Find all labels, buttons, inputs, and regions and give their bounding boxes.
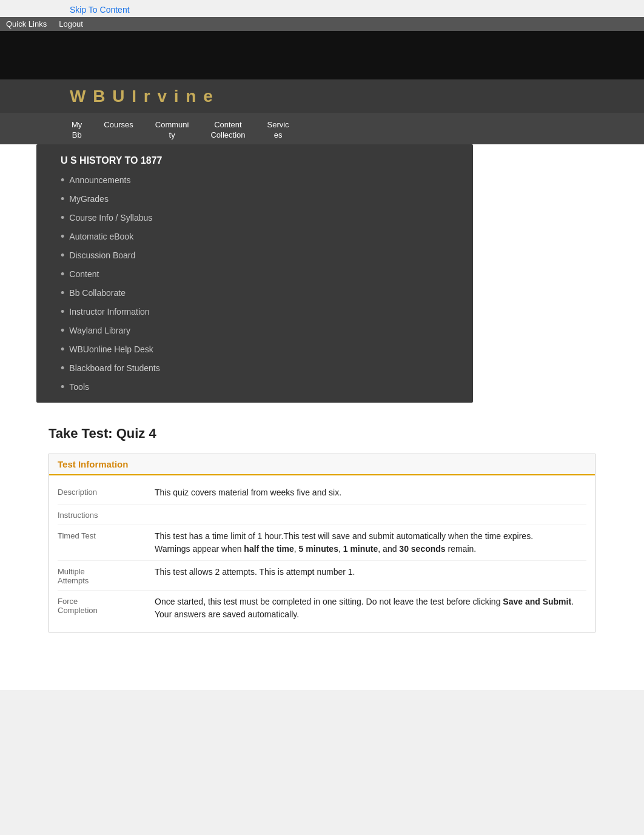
force-completion-row: ForceCompletion Once started, this test … [58, 591, 586, 626]
timed-test-line2-prefix: Warnings appear when [155, 544, 244, 554]
nav-blackboard-for-students[interactable]: Blackboard for Students [61, 359, 473, 378]
timed-test-30sec: 30 seconds [399, 544, 445, 554]
test-info-section: Test Information Description This quiz c… [49, 454, 595, 632]
description-label: Description [58, 486, 155, 497]
nav-my-bb[interactable]: My Bb [61, 116, 93, 144]
description-row: Description This quiz covers material fr… [58, 481, 586, 505]
timed-test-sep3: , and [378, 544, 399, 554]
multiple-attempts-row: MultipleAttempts This test allows 2 atte… [58, 561, 586, 591]
header-logo-area: W B U I r v i n e [0, 79, 644, 113]
timed-test-row: Timed Test This test has a time limit of… [58, 525, 586, 561]
nav-community[interactable]: Communi ty [144, 116, 200, 144]
main-nav: My Bb Courses Communi ty Content Collect… [0, 113, 644, 144]
main-content-area: Content Week Six Take Test: Quiz 4 U S H… [0, 144, 644, 690]
course-title: U S HISTORY TO 1877 [49, 150, 473, 171]
timed-test-5min: 5 minutes [299, 544, 338, 554]
instructions-label: Instructions [58, 509, 155, 520]
nav-content[interactable]: Content [61, 265, 473, 284]
timed-test-sep2: , [338, 544, 343, 554]
multiple-attempts-label: MultipleAttempts [58, 566, 155, 585]
multiple-attempts-value: This test allows 2 attempts. This is att… [155, 566, 586, 578]
force-completion-line1-post: . [571, 597, 574, 606]
test-info-title: Test Information [58, 459, 586, 469]
course-nav-dropdown: U S HISTORY TO 1877 Announcements MyGrad… [36, 144, 473, 403]
nav-announcements[interactable]: Announcements [61, 171, 473, 190]
header-banner [0, 31, 644, 79]
nav-wayland-library[interactable]: Wayland Library [61, 321, 473, 340]
force-completion-line2: Your answers are saved automatically. [155, 609, 299, 619]
timed-test-label: Timed Test [58, 530, 155, 540]
skip-to-content-link[interactable]: Skip To Content [0, 0, 644, 17]
force-completion-value: Once started, this test must be complete… [155, 595, 586, 621]
timed-test-line1: This test has a time limit of 1 hour.Thi… [155, 531, 533, 541]
nav-course-info-syllabus[interactable]: Course Info / Syllabus [61, 209, 473, 227]
logout-link[interactable]: Logout [59, 19, 83, 29]
nav-bb-collaborate[interactable]: Bb Collaborate [61, 284, 473, 303]
nav-courses[interactable]: Courses [93, 116, 144, 144]
force-completion-save-submit: Save and Submit [503, 597, 571, 606]
test-info-header: Test Information [49, 454, 595, 475]
nav-tools[interactable]: Tools [61, 378, 473, 397]
timed-test-value: This test has a time limit of 1 hour.Thi… [155, 530, 586, 555]
nav-automatic-ebook[interactable]: Automatic eBook [61, 227, 473, 246]
nav-wbuonline-helpdesk[interactable]: WBUonline Help Desk [61, 340, 473, 359]
test-info-table: Description This quiz covers material fr… [49, 475, 595, 632]
description-value: This quiz covers material from weeks fiv… [155, 486, 586, 499]
force-completion-label: ForceCompletion [58, 595, 155, 615]
course-nav-list: Announcements MyGrades Course Info / Syl… [49, 171, 473, 397]
nav-instructor-information[interactable]: Instructor Information [61, 303, 473, 321]
logo-text: W B U I r v i n e [70, 87, 214, 106]
timed-test-remain: remain. [446, 544, 477, 554]
timed-test-half-time: half the time [244, 544, 293, 554]
page-title: Take Test: Quiz 4 [49, 426, 595, 441]
timed-test-1min: 1 minute [343, 544, 378, 554]
nav-services[interactable]: Servic es [256, 116, 300, 144]
nav-discussion-board[interactable]: Discussion Board [61, 246, 473, 265]
instructions-row: Instructions [58, 505, 586, 525]
timed-test-sep1: , [294, 544, 299, 554]
quick-links-bar: Quick Links Logout [0, 17, 644, 31]
force-completion-line1-pre: Once started, this test must be complete… [155, 597, 503, 606]
nav-content[interactable]: Content Collection [200, 116, 256, 144]
nav-mygrades[interactable]: MyGrades [61, 190, 473, 209]
quick-links-label: Quick Links [6, 19, 47, 29]
